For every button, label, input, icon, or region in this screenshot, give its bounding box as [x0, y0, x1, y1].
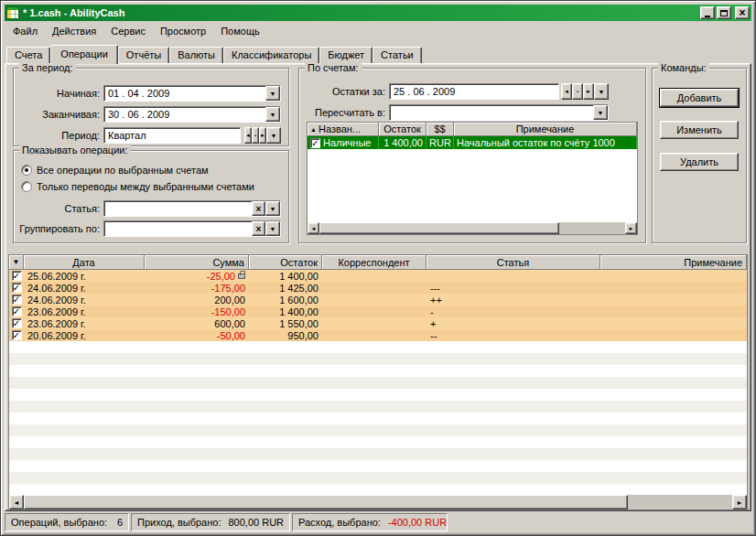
dot-icon: • [577, 89, 578, 94]
accounts-groupbox: По счетам: Остатки за: 25 . 06 . 2009 ◄ … [298, 68, 646, 243]
start-date-field[interactable]: 01 . 04 . 2009 ▼ [103, 85, 281, 102]
period-prev-button[interactable]: ◄ [244, 127, 252, 144]
period-current-button[interactable]: • [252, 127, 259, 144]
clear-icon: × [256, 204, 262, 214]
close-icon: × [739, 8, 745, 17]
chevron-down-icon: ▼ [270, 91, 276, 97]
menu-service[interactable]: Сервис [103, 23, 153, 39]
add-button[interactable]: Добавить [660, 89, 739, 107]
check-icon: ✓ [13, 331, 20, 339]
scrollbar-track[interactable] [628, 495, 732, 509]
period-next-button[interactable]: ► [259, 127, 266, 144]
article-clear-button[interactable]: × [252, 201, 265, 216]
row-checkbox[interactable]: ✓ [12, 306, 22, 316]
menu-help[interactable]: Помощь [213, 23, 267, 39]
accounts-table-header: ▲Назван... Остаток $$ Примечание [308, 123, 637, 136]
cell-article [427, 270, 600, 282]
row-checkbox[interactable]: ✓ [12, 330, 22, 340]
balances-date-field[interactable]: 25 . 06 . 2009 [389, 83, 559, 100]
col-header-correspondent-label: Корреспондент [338, 257, 409, 268]
maximize-button[interactable] [717, 6, 731, 19]
title-bar[interactable]: * 1.cash - AbilityCash × [5, 5, 751, 21]
tab-operations[interactable]: Операции [50, 45, 117, 64]
balances-prev-button[interactable]: ◄ [561, 83, 572, 100]
operation-row[interactable]: ✓ 25.06.2009 г. -25,00 1 400,00 [9, 270, 747, 282]
radio-transfers-only[interactable]: Только переводы между выбранными счетами [21, 179, 254, 194]
scroll-left-button[interactable]: ◄ [9, 495, 24, 509]
operation-row[interactable]: ✓ 23.06.2009 г. -150,00 1 400,00 - [9, 306, 747, 317]
operation-row[interactable]: ✓ 23.06.2009 г. 600,00 1 550,00 + [9, 317, 747, 329]
balances-dropdown-button[interactable]: ▼ [594, 83, 609, 100]
group-by-clear-button[interactable]: × [252, 221, 265, 236]
balances-current-button[interactable]: • [572, 83, 583, 100]
col-header-amount[interactable]: Сумма [145, 255, 249, 270]
col-header-currency[interactable]: $$ [427, 123, 454, 136]
scroll-right-button[interactable]: ► [732, 495, 747, 509]
minimize-button[interactable] [700, 6, 715, 19]
start-date-label: Начиная: [19, 85, 100, 102]
minimize-icon [705, 16, 710, 17]
radio-all-operations[interactable]: Все операции по выбранным счетам [21, 163, 209, 177]
scroll-right-button[interactable]: ► [625, 222, 637, 234]
end-date-field[interactable]: 30 . 06 . 2009 ▼ [103, 106, 281, 123]
balances-next-button[interactable]: ► [583, 83, 594, 100]
cell-note [600, 317, 747, 329]
row-checkbox[interactable]: ✓ [12, 283, 22, 293]
scroll-left-button[interactable]: ◄ [308, 222, 319, 234]
tab-reports[interactable]: Отчёты [118, 47, 169, 63]
cell-balance: 950,00 [249, 329, 322, 341]
group-by-dropdown-button[interactable]: ▼ [265, 221, 280, 236]
operation-row[interactable]: ✓ 24.06.2009 г. 200,00 1 600,00 ++ [9, 294, 747, 306]
period-dropdown-button[interactable]: ▼ [266, 127, 281, 144]
radio-all-label: Все операции по выбранным счетам [37, 165, 209, 176]
row-checkbox[interactable]: ✓ [12, 271, 22, 281]
menu-file[interactable]: Файл [5, 23, 45, 39]
article-dropdown-button[interactable]: ▼ [265, 201, 280, 216]
recalc-combo[interactable]: ▼ [389, 104, 609, 121]
group-by-combo[interactable]: × ▼ [103, 220, 281, 237]
tab-articles[interactable]: Статьи [373, 47, 422, 63]
article-combo[interactable]: × ▼ [103, 200, 281, 217]
start-date-dropdown-button[interactable]: ▼ [265, 86, 280, 101]
col-header-note[interactable]: Примечание [600, 255, 747, 270]
scrollbar-track[interactable] [559, 222, 625, 234]
recalc-dropdown-button[interactable]: ▼ [593, 105, 608, 120]
tab-classifiers[interactable]: Классификаторы [223, 47, 319, 63]
account-row[interactable]: ✓ Наличные 1 400,00 RUR Начальный остато… [308, 136, 637, 149]
delete-button[interactable]: Удалить [660, 153, 739, 171]
row-checkbox[interactable]: ✓ [12, 318, 22, 328]
operations-hscrollbar[interactable]: ◄ ► [9, 495, 747, 509]
operation-row[interactable]: ✓ 24.06.2009 г. -175,00 1 425,00 --- [9, 282, 747, 294]
menu-actions[interactable]: Действия [45, 23, 103, 39]
period-field[interactable]: Квартал [103, 127, 241, 144]
col-header-select[interactable]: ▼ [9, 255, 24, 270]
scrollbar-thumb[interactable] [24, 495, 628, 509]
tab-accounts[interactable]: Счета [6, 47, 50, 63]
col-header-correspondent[interactable]: Корреспондент [322, 255, 427, 270]
col-header-note[interactable]: Примечание [454, 123, 637, 136]
operation-row[interactable]: ✓ 20.06.2009 г. -50,00 950,00 -- [9, 329, 747, 341]
accounts-hscrollbar[interactable]: ◄ ► [308, 222, 637, 234]
show-operations-groupbox: Показывать операции: Все операции по выб… [13, 150, 289, 243]
sort-asc-icon: ▲ [310, 126, 317, 133]
filter-icon: ▼ [13, 258, 20, 266]
end-date-dropdown-button[interactable]: ▼ [265, 107, 280, 122]
commands-groupbox: Команды: Добавить Изменить Удалить [652, 68, 747, 243]
tab-currencies[interactable]: Валюты [169, 47, 223, 63]
tab-budget[interactable]: Бюджет [319, 47, 373, 63]
col-header-note-label: Примечание [684, 257, 742, 268]
chevron-down-icon: ▼ [598, 110, 604, 116]
account-checkbox[interactable]: ✓ [310, 138, 320, 148]
scrollbar-thumb[interactable] [319, 222, 559, 234]
edit-button[interactable]: Изменить [660, 121, 739, 139]
col-header-article[interactable]: Статья [427, 255, 600, 270]
col-header-balance[interactable]: Остаток [379, 123, 427, 136]
row-checkbox[interactable]: ✓ [12, 295, 22, 305]
app-icon[interactable] [6, 6, 19, 19]
close-button[interactable]: × [735, 6, 750, 19]
radio-unselected-icon [21, 181, 32, 192]
menu-view[interactable]: Просмотр [153, 23, 213, 39]
col-header-date[interactable]: Дата [24, 255, 145, 270]
col-header-balance[interactable]: Остаток [249, 255, 322, 270]
col-header-name[interactable]: ▲Назван... [308, 123, 379, 136]
